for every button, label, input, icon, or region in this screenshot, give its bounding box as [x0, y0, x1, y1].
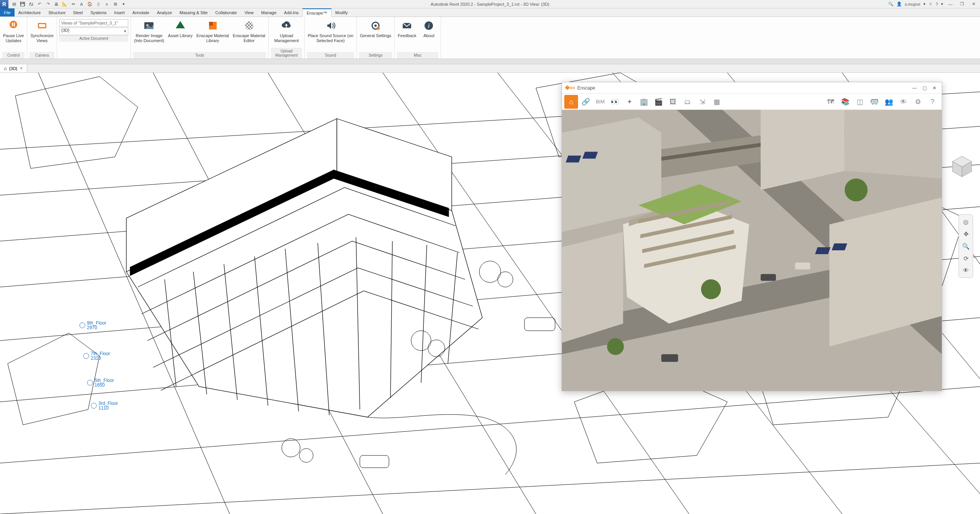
- open-icon[interactable]: ▤: [11, 1, 18, 8]
- view-select[interactable]: {3D}: [59, 28, 128, 35]
- pan-icon[interactable]: ✥: [961, 229, 970, 238]
- map-button[interactable]: 🗺: [824, 95, 838, 109]
- tab-structure[interactable]: Structure: [44, 8, 69, 16]
- redo-icon[interactable]: ↷: [44, 1, 51, 8]
- enscape-titlebar[interactable]: �>> Enscape — ▢ ✕: [562, 82, 942, 94]
- options-bar: [0, 59, 980, 64]
- export-button[interactable]: ⇲: [695, 95, 709, 109]
- print-icon[interactable]: 🖶: [53, 1, 60, 8]
- ribbon-group-active-document: {3D} Active Document: [57, 17, 131, 59]
- steering-wheel-icon[interactable]: ◎: [961, 217, 970, 226]
- about-button[interactable]: i About: [419, 18, 438, 40]
- settings-button[interactable]: ⚙: [911, 95, 925, 109]
- tab-file[interactable]: File: [0, 8, 15, 16]
- text-icon[interactable]: A: [78, 1, 85, 8]
- undo-icon[interactable]: ↶: [36, 1, 43, 8]
- enscape-maximize-button[interactable]: ▢: [920, 85, 929, 91]
- tab-view[interactable]: View: [241, 8, 258, 16]
- svg-rect-4: [39, 24, 45, 27]
- asset-lib-button[interactable]: 📚: [838, 95, 852, 109]
- minimize-button[interactable]: —: [946, 1, 955, 8]
- synchronize-views-button[interactable]: Synchronize Views: [29, 18, 54, 45]
- tab-massing[interactable]: Massing & Site: [176, 8, 211, 16]
- svg-rect-77: [815, 247, 830, 254]
- vr-button[interactable]: 🥽: [867, 95, 881, 109]
- svg-point-37: [80, 323, 85, 328]
- user-name[interactable]: s.mujovi: [905, 2, 920, 7]
- tab-architecture[interactable]: Architecture: [15, 8, 45, 16]
- restore-button[interactable]: ❐: [958, 1, 966, 8]
- save-icon[interactable]: 💾: [19, 1, 26, 8]
- enscape-close-button[interactable]: ✕: [930, 85, 939, 91]
- enscape-viewport[interactable]: [562, 110, 942, 391]
- dim-icon[interactable]: ⇔: [70, 1, 77, 8]
- place-sound-button[interactable]: Place Sound Source (on Selected Face): [307, 18, 354, 45]
- 3d-icon[interactable]: 🏠: [87, 1, 93, 8]
- tab-steel[interactable]: Steel: [69, 8, 87, 16]
- batch-render-button[interactable]: 🗂: [681, 95, 694, 109]
- mono-button[interactable]: ▦: [710, 95, 724, 109]
- enscape-window[interactable]: �>> Enscape — ▢ ✕ ⌂ 🔗 BIM 👀 ✦ 🏢 🎬 🖼 🗂 ⇲ …: [562, 82, 942, 391]
- sync-icon[interactable]: 🗘: [28, 1, 34, 8]
- svg-text:2310: 2310: [91, 356, 101, 361]
- view-cube[interactable]: [949, 153, 975, 180]
- tab-collaborate[interactable]: Collaborate: [211, 8, 240, 16]
- bbox-button[interactable]: ◫: [853, 95, 867, 109]
- svg-point-69: [701, 279, 721, 299]
- svg-rect-2: [14, 23, 15, 26]
- svg-text:2970: 2970: [87, 325, 97, 330]
- zoom-icon[interactable]: 🔍: [961, 241, 970, 251]
- tab-enscape[interactable]: Enscape™: [302, 8, 332, 17]
- tab-insert[interactable]: Insert: [110, 8, 129, 16]
- link-button[interactable]: 🔗: [579, 95, 593, 109]
- bim-button[interactable]: BIM: [593, 95, 607, 109]
- general-settings-button[interactable]: General Settings: [359, 18, 392, 40]
- tab-addins[interactable]: Add-Ins: [280, 8, 302, 16]
- svg-point-0: [10, 21, 17, 28]
- tab-modify[interactable]: Modify: [332, 8, 351, 16]
- switch-win-icon[interactable]: ▾: [120, 1, 127, 8]
- tab-annotate[interactable]: Annotate: [129, 8, 153, 16]
- user-icon[interactable]: 👤: [897, 2, 902, 7]
- thin-lines-icon[interactable]: ≡: [103, 1, 110, 8]
- asset-library-button[interactable]: Asset Library: [167, 18, 193, 40]
- revit-logo: R: [0, 0, 8, 8]
- enscape-minimize-button[interactable]: —: [910, 85, 919, 91]
- help-icon[interactable]: ?: [936, 2, 938, 7]
- material-library-button[interactable]: Enscape Material Library: [196, 18, 230, 45]
- min-ribbon-icon[interactable]: ▾: [941, 2, 943, 7]
- upload-management-button[interactable]: Upload Management: [273, 18, 299, 45]
- sync-views-icon: [36, 19, 49, 32]
- render-image-button[interactable]: Render Image (Into Document): [133, 18, 165, 45]
- walk-mode-button[interactable]: ⌂: [564, 95, 578, 109]
- close-tab-icon[interactable]: ✕: [20, 66, 23, 71]
- measure-icon[interactable]: 📐: [61, 1, 68, 8]
- collab-button[interactable]: 👥: [882, 95, 896, 109]
- tab-manage[interactable]: Manage: [257, 8, 280, 16]
- favorite-view-button[interactable]: ✦: [622, 95, 636, 109]
- enscape-logo-icon: �>>: [565, 85, 575, 91]
- pause-live-updates-button[interactable]: Pause Live Updates: [2, 18, 24, 45]
- svg-rect-73: [795, 263, 810, 269]
- dropdown-icon[interactable]: ▾: [923, 2, 926, 7]
- help-button[interactable]: ?: [926, 95, 939, 109]
- material-editor-button[interactable]: Enscape Material Editor: [232, 18, 266, 45]
- feedback-button[interactable]: Feedback: [397, 18, 417, 40]
- views-button[interactable]: 🏢: [637, 95, 651, 109]
- views-of-input[interactable]: [59, 19, 128, 27]
- section-icon[interactable]: ▯: [95, 1, 102, 8]
- close-hidden-icon[interactable]: ⊞: [112, 1, 119, 8]
- video-button[interactable]: 🎬: [652, 95, 665, 109]
- view-tab-3d[interactable]: ⌂ {3D} ✕: [0, 64, 27, 72]
- images-icon: 🗂: [684, 98, 691, 105]
- tab-systems[interactable]: Systems: [87, 8, 110, 16]
- visual-settings-button[interactable]: 👁: [897, 95, 910, 109]
- favorite-icon[interactable]: ☆: [929, 2, 933, 7]
- screenshot-button[interactable]: 🖼: [666, 95, 680, 109]
- look-icon[interactable]: 👁: [961, 266, 970, 275]
- binoculars-button[interactable]: 👀: [608, 95, 622, 109]
- tab-analyze[interactable]: Analyze: [153, 8, 176, 16]
- search-icon[interactable]: 🔍: [888, 2, 893, 7]
- close-button[interactable]: ✕: [969, 1, 978, 8]
- orbit-icon[interactable]: ⟳: [961, 254, 970, 263]
